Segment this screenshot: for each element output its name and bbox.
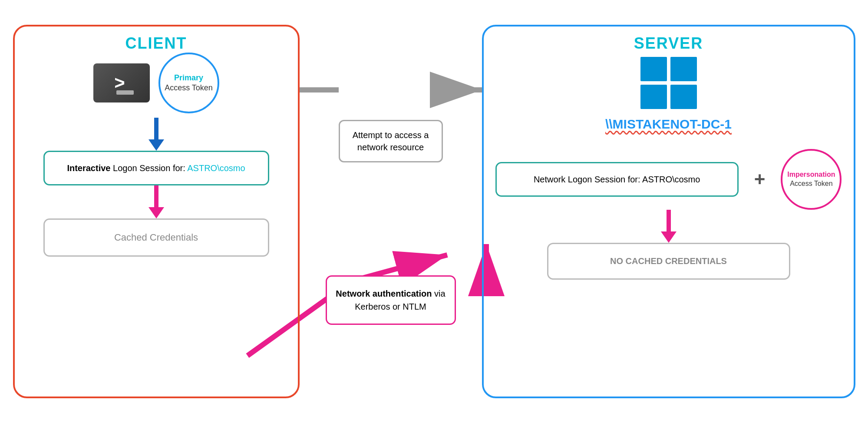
client-box: CLIENT Primary Access Token xyxy=(13,25,300,398)
server-top-row: \\MISTAKENOT-DC-1 xyxy=(484,57,854,132)
attempt-box: Attempt to access a network resource xyxy=(339,120,443,162)
no-cached-text: NO CACHED CREDENTIALS xyxy=(610,256,727,266)
network-auth-box: Network authentication via Kerberos or N… xyxy=(326,275,456,325)
attempt-text: Attempt to access a network resource xyxy=(353,130,429,152)
interactive-logon-box: Interactive Logon Session for: ASTRO\cos… xyxy=(43,151,269,185)
interactive-bold: Interactive xyxy=(67,163,110,173)
server-label: SERVER xyxy=(634,34,703,53)
windows-pane-2 xyxy=(670,57,697,81)
network-logon-box: Network Logon Session for: ASTRO\cosmo xyxy=(495,162,739,197)
no-cached-box: NO CACHED CREDENTIALS xyxy=(547,243,790,280)
cached-credentials-box: Cached Credentials xyxy=(43,218,269,257)
client-label: CLIENT xyxy=(125,34,187,53)
network-user: ASTRO\cosmo xyxy=(642,175,700,184)
imp-word: Impersonation xyxy=(787,171,835,178)
imp-rest: Access Token xyxy=(790,180,832,187)
impersonation-token-circle: Impersonation Access Token xyxy=(781,149,842,210)
plus-sign: + xyxy=(754,169,766,190)
middle-section: Attempt to access a network resource Net… xyxy=(326,98,456,325)
server-name: \\MISTAKENOT-DC-1 xyxy=(605,117,732,132)
windows-pane-1 xyxy=(640,57,667,81)
network-auth-bold: Network authentication xyxy=(336,289,432,298)
network-rest: Logon Session for: xyxy=(568,175,642,184)
arrow-pink-down-server xyxy=(661,210,677,243)
terminal-icon xyxy=(93,63,150,102)
client-content: Primary Access Token Interactive Logon S… xyxy=(15,53,298,257)
diagram: CLIENT Primary Access Token xyxy=(13,12,855,411)
windows-pane-4 xyxy=(670,85,697,109)
windows-logo xyxy=(640,57,697,109)
interactive-rest: Logon Session for: xyxy=(113,163,187,173)
primary-access-token-circle: Primary Access Token xyxy=(158,53,219,113)
windows-pane-3 xyxy=(640,85,667,109)
primary-word: Primary xyxy=(174,73,203,82)
server-box: SERVER \\MISTAKENOT-DC-1 Network xyxy=(482,25,855,398)
server-inner: \\MISTAKENOT-DC-1 Network Logon Session … xyxy=(484,53,854,280)
network-logon-row: Network Logon Session for: ASTRO\cosmo +… xyxy=(482,149,855,210)
arrow-pink-down-1 xyxy=(149,185,164,218)
network-bold: Network xyxy=(534,175,565,184)
interactive-user: ASTRO\cosmo xyxy=(187,163,245,173)
terminal-bar xyxy=(116,90,134,95)
primary-token-rest: Access Token xyxy=(165,83,213,92)
arrow-blue-down-1 xyxy=(149,118,164,151)
cached-credentials-text: Cached Credentials xyxy=(114,232,198,243)
terminal-token-row: Primary Access Token xyxy=(93,53,219,113)
